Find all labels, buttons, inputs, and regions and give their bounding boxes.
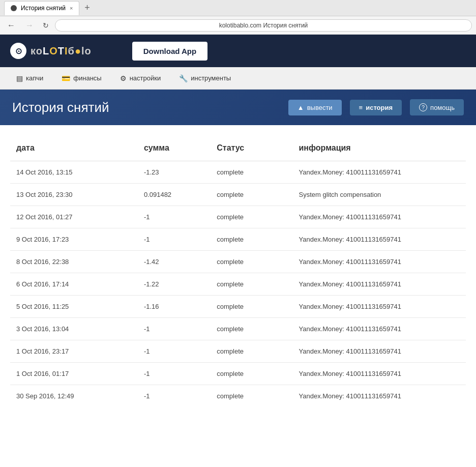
col-header-date: дата	[10, 135, 138, 161]
table-row: 8 Oct 2016, 22:38 -1.42 complete Yandex.…	[10, 251, 466, 273]
cell-date: 3 Oct 2016, 13:04	[10, 318, 138, 340]
table-row: 1 Oct 2016, 01:17 -1 complete Yandex.Mon…	[10, 363, 466, 385]
nav-label-finance: финансы	[73, 74, 101, 82]
help-btn[interactable]: ? помощь	[410, 99, 464, 115]
cell-amount: -1	[138, 363, 211, 385]
download-app-btn[interactable]: Download App	[132, 42, 207, 61]
new-tab-btn[interactable]: +	[81, 3, 93, 13]
table-row: 5 Oct 2016, 11:25 -1.16 complete Yandex.…	[10, 296, 466, 318]
cell-date: 9 Oct 2016, 17:23	[10, 228, 138, 251]
history-icon: ≡	[359, 104, 363, 111]
cell-amount: -1.16	[138, 296, 211, 318]
cell-amount: -1.22	[138, 273, 211, 296]
back-btn[interactable]: ←	[4, 20, 18, 31]
col-header-status: Статус	[211, 135, 292, 161]
cell-amount: 0.091482	[138, 184, 211, 206]
cell-info: Yandex.Money: 410011131659741	[293, 385, 466, 407]
cell-amount: -1.42	[138, 251, 211, 273]
tools-icon: 🔧	[179, 74, 188, 82]
logo-o1: O	[49, 45, 58, 56]
help-icon: ?	[419, 103, 427, 111]
captcha-icon: ▤	[16, 74, 23, 82]
address-text: kolotibablo.com История снятий	[219, 22, 308, 29]
cell-date: 6 Oct 2016, 17:14	[10, 273, 138, 296]
cell-date: 13 Oct 2016, 23:30	[10, 184, 138, 206]
table-body: 14 Oct 2016, 13:15 -1.23 complete Yandex…	[10, 161, 466, 407]
cell-status: complete	[211, 184, 292, 206]
cell-date: 5 Oct 2016, 11:25	[10, 296, 138, 318]
cell-date: 1 Oct 2016, 23:17	[10, 340, 138, 363]
finance-icon: 💳	[62, 74, 70, 82]
history-label: история	[366, 104, 393, 111]
table-row: 14 Oct 2016, 13:15 -1.23 complete Yandex…	[10, 161, 466, 184]
nav-label-settings: настройки	[130, 74, 161, 82]
cell-info: Yandex.Money: 410011131659741	[293, 161, 466, 184]
cell-amount: -1	[138, 228, 211, 251]
col-header-info: информация	[293, 135, 466, 161]
address-bar[interactable]: kolotibablo.com История снятий	[55, 19, 472, 32]
logo-text: коLOTIб●lo	[31, 45, 92, 57]
logo-prefix: ко	[31, 45, 43, 56]
table-row: 30 Sep 2016, 12:49 -1 complete Yandex.Mo…	[10, 385, 466, 407]
cell-date: 30 Sep 2016, 12:49	[10, 385, 138, 407]
cell-status: complete	[211, 340, 292, 363]
logo-b: б	[68, 45, 75, 56]
cell-amount: -1.23	[138, 161, 211, 184]
cell-info: Yandex.Money: 410011131659741	[293, 296, 466, 318]
cell-status: complete	[211, 318, 292, 340]
tab-favicon	[11, 5, 17, 11]
cell-info: System glitch compensation	[293, 184, 466, 206]
cell-amount: -1	[138, 340, 211, 363]
table-row: 9 Oct 2016, 17:23 -1 complete Yandex.Mon…	[10, 228, 466, 251]
cell-info: Yandex.Money: 410011131659741	[293, 273, 466, 296]
active-tab[interactable]: История снятий ×	[4, 1, 79, 15]
cell-status: complete	[211, 296, 292, 318]
tab-area: История снятий × +	[4, 1, 93, 15]
withdraw-btn[interactable]: ▲ вывести	[288, 100, 342, 115]
cell-info: Yandex.Money: 410011131659741	[293, 318, 466, 340]
table-row: 6 Oct 2016, 17:14 -1.22 complete Yandex.…	[10, 273, 466, 296]
app-header: ⊙ коLOTIб●lo Download App	[0, 35, 476, 67]
logo-lo: lo	[81, 45, 92, 56]
nav-menu: ▤ капчи 💳 финансы ⚙ настройки 🔧 инструме…	[0, 67, 476, 90]
nav-item-finance[interactable]: 💳 финансы	[53, 70, 109, 86]
forward-btn[interactable]: →	[22, 20, 37, 31]
tab-close-btn[interactable]: ×	[70, 5, 73, 11]
cell-info: Yandex.Money: 410011131659741	[293, 206, 466, 228]
table-header: дата сумма Статус информация	[10, 135, 466, 161]
cell-date: 12 Oct 2016, 01:27	[10, 206, 138, 228]
cell-status: complete	[211, 228, 292, 251]
browser-titlebar: История снятий × +	[0, 0, 476, 16]
nav-label-tools: инструменты	[191, 74, 231, 82]
col-header-amount: сумма	[138, 135, 211, 161]
nav-item-settings[interactable]: ⚙ настройки	[112, 70, 169, 86]
cell-amount: -1	[138, 385, 211, 407]
table-row: 3 Oct 2016, 13:04 -1 complete Yandex.Mon…	[10, 318, 466, 340]
cell-status: complete	[211, 385, 292, 407]
cell-info: Yandex.Money: 410011131659741	[293, 340, 466, 363]
logo-loti: L	[43, 45, 49, 56]
table-row: 13 Oct 2016, 23:30 0.091482 complete Sys…	[10, 184, 466, 206]
refresh-btn[interactable]: ↻	[41, 20, 51, 31]
browser-toolbar: ← → ↻ kolotibablo.com История снятий	[0, 16, 476, 35]
cell-date: 14 Oct 2016, 13:15	[10, 161, 138, 184]
cell-date: 1 Oct 2016, 01:17	[10, 363, 138, 385]
nav-item-captcha[interactable]: ▤ капчи	[8, 70, 51, 86]
cell-status: complete	[211, 161, 292, 184]
cell-info: Yandex.Money: 410011131659741	[293, 228, 466, 251]
logo-area: ⊙ коLOTIб●lo	[10, 43, 92, 59]
page-header: История снятий ▲ вывести ≡ история ? пом…	[0, 90, 476, 125]
nav-item-tools[interactable]: 🔧 инструменты	[171, 70, 239, 86]
logo-t: T	[58, 45, 65, 56]
cell-date: 8 Oct 2016, 22:38	[10, 251, 138, 273]
cell-status: complete	[211, 363, 292, 385]
history-btn[interactable]: ≡ история	[350, 100, 402, 115]
cell-info: Yandex.Money: 410011131659741	[293, 251, 466, 273]
logo-dot: ●	[75, 45, 81, 56]
nav-label-captcha: капчи	[26, 74, 43, 82]
tab-title: История снятий	[21, 5, 66, 12]
history-table: дата сумма Статус информация 14 Oct 2016…	[10, 135, 466, 407]
cell-status: complete	[211, 206, 292, 228]
logo-icon: ⊙	[10, 43, 26, 59]
cell-amount: -1	[138, 206, 211, 228]
